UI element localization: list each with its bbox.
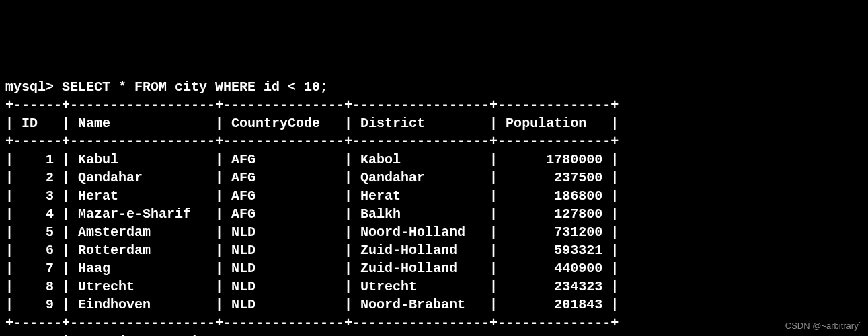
sql-query: SELECT * FROM city WHERE id < 10; <box>62 79 328 95</box>
mysql-prompt: mysql> <box>5 79 54 95</box>
table-border-mid: +------+------------------+-------------… <box>5 134 619 149</box>
terminal-output: mysql> SELECT * FROM city WHERE id < 10;… <box>5 78 863 336</box>
watermark-text: CSDN @~arbitrary` <box>785 320 861 332</box>
table-header-row: | ID | Name | CountryCode | District | P… <box>5 116 619 131</box>
table-data-rows: | 1 | Kabul | AFG | Kabol | 1780000 | | … <box>5 152 619 312</box>
result-summary: 9 rows in set (0.00 sec) <box>5 333 199 336</box>
table-border-bottom: +------+------------------+-------------… <box>5 315 619 331</box>
table-border-top: +------+------------------+-------------… <box>5 97 619 113</box>
